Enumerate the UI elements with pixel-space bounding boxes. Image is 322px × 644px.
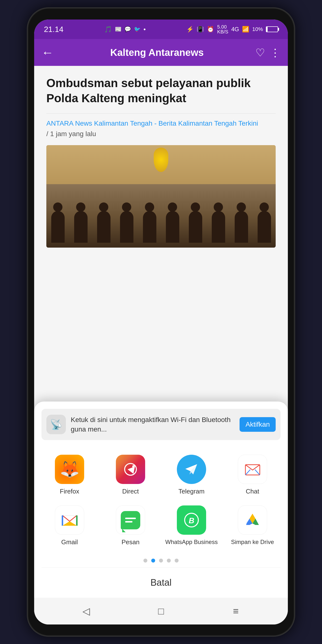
telegram-icon [177, 455, 206, 484]
status-app-icons: 🎵 📰 💬 🐦 • [104, 26, 146, 33]
flip-icon: 📰 [115, 26, 122, 32]
status-bar: 21.14 🎵 📰 💬 🐦 • ⚡ 📳 ⏰ 5.00KB/S 4G 📶 10% [34, 20, 288, 39]
wifi-notification-text: Ketuk di sini untuk mengaktifkan Wi-Fi d… [71, 415, 235, 434]
pesan-icon [116, 506, 145, 535]
wa-business-label: WhatsApp Business [166, 538, 218, 546]
wifi-hotspot-icon: 📡 [46, 415, 66, 434]
app-bar-title: Kalteng Antaranews [58, 47, 256, 58]
wifi-notification: 📡 Ketuk di sini untuk mengaktifkan Wi-Fi… [42, 409, 280, 440]
back-button[interactable]: ← [42, 45, 54, 60]
dot-3 [159, 558, 163, 562]
pagination-dots [34, 556, 288, 568]
pesan-label: Pesan [122, 538, 140, 546]
speed-label: 5.00KB/S [217, 24, 228, 34]
app-bar: ← Kalteng Antaranews ♡ ⋮ [34, 39, 288, 66]
gmail-icon [55, 506, 84, 535]
chat-label: Chat [246, 488, 259, 496]
share-chat[interactable]: Chat [222, 450, 283, 500]
share-drive[interactable]: Simpan ke Drive [222, 500, 283, 551]
share-pesan[interactable]: Pesan [100, 500, 161, 551]
vibrate-icon: 📳 [196, 26, 204, 33]
svg-text:B: B [188, 516, 194, 525]
twitter-icon: 🐦 [134, 26, 140, 32]
share-wa-business[interactable]: B WhatsApp Business [161, 500, 222, 551]
status-time: 21.14 [44, 25, 64, 34]
article-divider [46, 114, 276, 114]
share-bottom-sheet: 📡 Ketuk di sini untuk mengaktifkan Wi-Fi… [34, 402, 288, 598]
drive-label: Simpan ke Drive [231, 538, 274, 546]
home-nav-button[interactable]: □ [152, 602, 170, 620]
telegram-label: Telegram [178, 488, 205, 496]
share-direct[interactable]: Direct [100, 450, 161, 500]
app-bar-actions: ♡ ⋮ [256, 46, 280, 59]
spotify-icon: 🎵 [104, 26, 112, 33]
share-firefox[interactable]: Firefox [39, 450, 100, 500]
status-right-icons: ⚡ 📳 ⏰ 5.00KB/S 4G 📶 10% [186, 24, 278, 34]
aktifkan-button[interactable]: Aktifkan [240, 417, 276, 432]
recents-nav-button[interactable]: ≡ [227, 602, 244, 620]
svg-marker-2 [128, 466, 135, 474]
network-label: 4G [231, 26, 239, 33]
drive-icon [238, 506, 267, 535]
article-time: / 1 jam yang lalu [46, 130, 276, 138]
battery-icon [266, 26, 278, 32]
chat-icon [238, 455, 267, 484]
share-telegram[interactable]: Telegram [161, 450, 222, 500]
content-area: Ombudsman sebut pelayanan publik Polda K… [34, 66, 288, 598]
article-title: Ombudsman sebut pelayanan publik Polda K… [46, 76, 276, 106]
dot-2 [151, 558, 155, 562]
signal-icon: 📶 [242, 26, 249, 33]
direct-icon [116, 455, 145, 484]
gmail-label: Gmail [61, 538, 78, 546]
msg-icon: 💬 [124, 26, 131, 32]
article-section: Ombudsman sebut pelayanan publik Polda K… [34, 66, 288, 255]
dot-icon: • [144, 26, 146, 33]
dot-4 [167, 558, 171, 562]
article-source[interactable]: ANTARA News Kalimantan Tengah - Berita K… [46, 118, 276, 128]
dot-1 [144, 558, 147, 562]
dot-5 [175, 558, 178, 562]
alarm-icon: ⏰ [207, 26, 214, 33]
direct-label: Direct [122, 488, 139, 496]
firefox-icon [55, 455, 84, 484]
share-gmail[interactable]: Gmail [39, 500, 100, 551]
favorite-button[interactable]: ♡ [256, 46, 265, 59]
wa-business-icon: B [177, 506, 206, 535]
article-image-people [46, 194, 276, 243]
cancel-button[interactable]: Batal [34, 568, 288, 598]
back-nav-button[interactable]: ◁ [78, 602, 95, 620]
bluetooth-icon: ⚡ [186, 26, 194, 33]
firefox-label: Firefox [60, 488, 79, 496]
more-options-button[interactable]: ⋮ [270, 46, 280, 59]
nav-bar: ◁ □ ≡ [34, 598, 288, 624]
share-app-grid: Firefox Direct [34, 448, 288, 556]
article-image [46, 145, 276, 248]
battery-percent: 10% [252, 26, 263, 32]
